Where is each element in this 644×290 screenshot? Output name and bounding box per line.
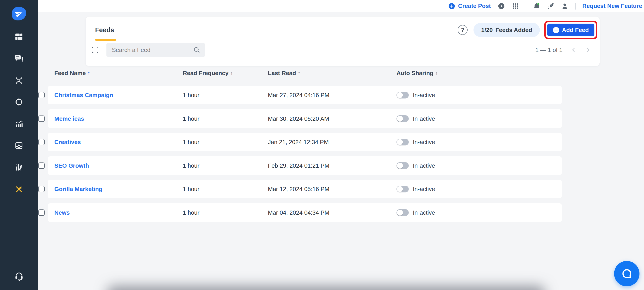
analytics-icon (15, 120, 23, 128)
read-frequency-value: 1 hour (183, 133, 200, 151)
whats-new-rocket-icon[interactable] (547, 3, 554, 10)
feed-name-link[interactable]: Meme ieas (54, 109, 84, 128)
feeds-added-text: Feeds Added (496, 27, 532, 34)
read-frequency-value: 1 hour (183, 109, 200, 128)
sidebar-item-audience[interactable] (12, 97, 26, 106)
pagination-range: 1 — 1 of 1 (535, 47, 562, 54)
feed-name-link[interactable]: SEO Growth (54, 156, 89, 175)
sidebar-item-posts[interactable] (12, 54, 26, 63)
last-read-value: Mar 12, 2024 05:16 PM (268, 180, 330, 198)
search-input[interactable] (106, 43, 205, 57)
auto-sharing-toggle[interactable] (396, 209, 409, 216)
feeds-panel: Feeds ? 1/20 Feeds Added Add Feed (86, 17, 600, 66)
chat-widget-button[interactable] (614, 261, 640, 286)
previous-page-chevron-icon[interactable] (570, 47, 577, 53)
last-read-value: Jan 21, 2024 12:34 PM (268, 133, 329, 151)
active-tab-underline (95, 39, 116, 41)
content-library-icon (15, 163, 23, 172)
sidebar-item-tools[interactable] (12, 185, 26, 194)
bell-icon[interactable] (533, 3, 540, 10)
sidebar-item-analytics[interactable] (12, 119, 26, 128)
next-page-chevron-icon[interactable] (585, 47, 592, 53)
help-button[interactable]: ? (458, 25, 468, 35)
connect-accounts-icon (15, 76, 23, 84)
read-frequency-value: 1 hour (183, 156, 200, 175)
sort-arrow-icon: ↑ (230, 70, 233, 76)
row-checkbox[interactable] (38, 139, 44, 145)
dashboard-icon (15, 33, 23, 41)
column-label: Read Frequency (183, 70, 228, 77)
topbar-divider (526, 3, 526, 10)
create-post-button[interactable]: Create Post (448, 3, 491, 10)
last-read-value: Mar 27, 2024 04:16 PM (268, 86, 330, 104)
toggle-knob (397, 92, 403, 98)
table-row: News 1 hour Mar 04, 2024 04:34 PM In-act… (48, 203, 562, 222)
auto-sharing-toggle[interactable] (396, 186, 409, 192)
sidebar-item-support[interactable] (12, 271, 26, 281)
inbox-icon (15, 141, 23, 150)
auto-sharing-toggle[interactable] (396, 115, 409, 122)
auto-sharing-status: In-active (413, 180, 435, 198)
auto-sharing-toggle[interactable] (396, 92, 409, 98)
row-checkbox[interactable] (38, 163, 44, 169)
toggle-knob (397, 116, 403, 122)
sort-arrow-icon: ↑ (435, 70, 438, 76)
user-icon[interactable] (561, 3, 568, 10)
auto-sharing-status: In-active (413, 203, 435, 222)
logo-paper-plane-icon[interactable] (12, 7, 26, 21)
table-row: Gorilla Marketing 1 hour Mar 12, 2024 05… (48, 180, 562, 198)
add-feed-button[interactable]: Add Feed (547, 24, 594, 36)
auto-sharing-toggle[interactable] (396, 162, 409, 169)
read-frequency-value: 1 hour (183, 203, 200, 222)
pagination: 1 — 1 of 1 (535, 43, 592, 57)
select-all-checkbox[interactable] (92, 47, 98, 53)
apps-grid-icon[interactable] (512, 3, 519, 10)
sidebar-item-dashboard[interactable] (12, 32, 26, 41)
read-frequency-value: 1 hour (183, 180, 200, 198)
feed-name-link[interactable]: News (54, 203, 70, 222)
sort-arrow-icon: ↑ (298, 70, 300, 76)
request-new-feature-link[interactable]: Request New Feature (582, 3, 642, 10)
column-last-read[interactable]: Last Read ↑ (268, 68, 300, 78)
column-auto-sharing[interactable]: Auto Sharing ↑ (396, 68, 438, 78)
feed-name-link[interactable]: Creatives (54, 133, 81, 151)
row-checkbox[interactable] (38, 92, 44, 98)
column-label: Auto Sharing (396, 70, 434, 77)
toggle-knob (397, 186, 403, 192)
read-frequency-value: 1 hour (183, 86, 200, 104)
tab-feeds[interactable]: Feeds (95, 26, 114, 34)
toggle-knob (397, 139, 403, 145)
auto-sharing-toggle[interactable] (396, 139, 409, 146)
search-box (106, 43, 205, 57)
last-read-value: Feb 29, 2024 01:21 PM (268, 156, 330, 175)
sidebar (0, 0, 38, 290)
posts-icon (15, 54, 23, 63)
support-headset-icon (14, 271, 24, 281)
last-read-value: Mar 04, 2024 04:34 PM (268, 203, 330, 222)
play-circle-icon[interactable] (498, 3, 505, 10)
sidebar-nav (12, 32, 26, 206)
feed-name-link[interactable]: Gorilla Marketing (54, 180, 102, 198)
search-row (92, 43, 205, 57)
last-read-value: Mar 30, 2024 05:20 AM (268, 109, 329, 128)
column-feed-name[interactable]: Feed Name ↑ (54, 68, 90, 78)
sort-arrow-icon: ↑ (88, 70, 90, 76)
row-checkbox[interactable] (38, 186, 44, 192)
sidebar-item-inbox[interactable] (12, 141, 26, 150)
column-read-frequency[interactable]: Read Frequency ↑ (183, 68, 233, 78)
add-feed-label: Add Feed (562, 27, 589, 34)
feed-name-link[interactable]: Christmas Campaign (54, 86, 113, 104)
topbar-divider (575, 3, 576, 10)
auto-sharing-status: In-active (413, 86, 435, 104)
row-checkbox[interactable] (38, 115, 44, 122)
highlight-annotation: Add Feed (544, 21, 597, 39)
table-row: Creatives 1 hour Jan 21, 2024 12:34 PM I… (48, 133, 562, 151)
sidebar-item-library[interactable] (12, 163, 26, 172)
table-header: Feed Name ↑ Read Frequency ↑ Last Read ↑… (48, 68, 562, 78)
row-checkbox[interactable] (38, 209, 44, 216)
table-row: Meme ieas 1 hour Mar 30, 2024 05:20 AM I… (48, 109, 562, 128)
sidebar-item-connect[interactable] (12, 76, 26, 85)
auto-sharing-status: In-active (413, 156, 435, 175)
panel-header: Feeds ? 1/20 Feeds Added Add Feed (86, 17, 600, 43)
table-row: Christmas Campaign 1 hour Mar 27, 2024 0… (48, 86, 562, 104)
